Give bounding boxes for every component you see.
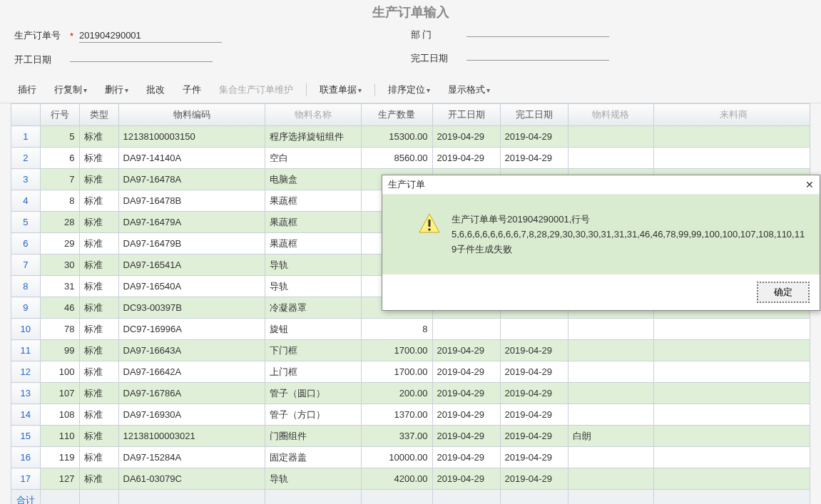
cell-spec[interactable] [568,361,653,383]
cell-end[interactable]: 2019-04-29 [500,447,568,468]
cell-code[interactable]: DA97-16479B [118,233,265,254]
cell-end[interactable] [500,319,568,340]
cell-code[interactable]: DC93-00397B [118,297,265,319]
dept-input[interactable] [466,34,609,37]
cell-spec[interactable] [568,126,653,148]
cell-line[interactable]: 31 [40,276,79,297]
cell-name[interactable]: 果蔬框 [265,233,361,254]
end-date-input[interactable] [466,57,609,61]
cell-supplier[interactable] [653,404,810,426]
cell-name[interactable]: 导轨 [265,276,361,297]
col-line-no[interactable]: 行号 [40,104,79,126]
cell-spec[interactable] [568,404,653,426]
cell-qty[interactable]: 1700.00 [361,361,432,383]
cell-start[interactable]: 2019-04-29 [432,468,500,490]
cell-name[interactable]: 冷凝器罩 [265,297,361,319]
cell-type[interactable]: 标准 [79,297,118,319]
table-row[interactable]: 15110标准12138100003021门圈组件337.002019-04-2… [11,426,810,447]
cell-line[interactable]: 99 [40,340,79,361]
cell-name[interactable]: 固定器盖 [265,447,361,468]
display-format-button[interactable]: 显示格式▾ [441,81,497,99]
cell-start[interactable]: 2019-04-29 [432,148,500,169]
cell-type[interactable]: 标准 [79,169,118,190]
delete-row-button[interactable]: 删行▾ [98,81,136,99]
table-row[interactable]: 1078标准DC97-16996A旋钮8 [11,319,810,340]
cell-name[interactable]: 果蔬框 [265,190,361,212]
cell-type[interactable]: 标准 [79,212,118,233]
cell-supplier[interactable] [653,447,810,468]
cell-name[interactable]: 空白 [265,148,361,169]
cell-type[interactable]: 标准 [79,148,118,169]
cell-name[interactable]: 果蔬框 [265,212,361,233]
cell-qty[interactable]: 200.00 [361,383,432,404]
table-row[interactable]: 12100标准DA97-16642A上门框1700.002019-04-2920… [11,361,810,383]
cell-type[interactable]: 标准 [79,276,118,297]
cell-line[interactable]: 30 [40,254,79,276]
cell-spec[interactable] [568,148,653,169]
col-name[interactable]: 物料名称 [265,104,361,126]
cell-type[interactable]: 标准 [79,468,118,490]
cell-supplier[interactable] [653,148,810,169]
cell-spec[interactable] [568,340,653,361]
cell-code[interactable]: DA97-16930A [118,404,265,426]
cell-name[interactable]: 管子（方口） [265,404,361,426]
cell-end[interactable]: 2019-04-29 [500,148,568,169]
cell-supplier[interactable] [653,468,810,490]
cell-name[interactable]: 旋钮 [265,319,361,340]
cell-name[interactable]: 门圈组件 [265,426,361,447]
col-type[interactable]: 类型 [79,104,118,126]
table-row[interactable]: 1199标准DA97-16643A下门框1700.002019-04-29201… [11,340,810,361]
cell-code[interactable]: DA97-15284A [118,447,265,468]
cell-code[interactable]: DA97-16540A [118,276,265,297]
cell-name[interactable]: 上门框 [265,361,361,383]
cell-line[interactable]: 78 [40,319,79,340]
order-no-input[interactable]: 201904290001 [79,29,222,43]
cell-code[interactable]: DA97-16642A [118,361,265,383]
col-qty[interactable]: 生产数量 [361,104,432,126]
table-row[interactable]: 16119标准DA97-15284A固定器盖10000.002019-04-29… [11,447,810,468]
cell-code[interactable]: DA97-16479A [118,212,265,233]
cell-qty[interactable]: 1700.00 [361,340,432,361]
cell-line[interactable]: 119 [40,447,79,468]
cell-supplier[interactable] [653,319,810,340]
cell-type[interactable]: 标准 [79,254,118,276]
cell-code[interactable]: DA97-16541A [118,254,265,276]
cell-line[interactable]: 28 [40,212,79,233]
cell-start[interactable] [432,319,500,340]
cell-qty[interactable]: 15300.00 [361,126,432,148]
cell-name[interactable]: 导轨 [265,254,361,276]
cell-line[interactable]: 108 [40,404,79,426]
start-date-input[interactable] [70,58,213,62]
cell-supplier[interactable] [653,126,810,148]
link-query-button[interactable]: 联查单据▾ [312,81,369,99]
cell-type[interactable]: 标准 [79,340,118,361]
cell-code[interactable]: DC97-16996A [118,319,265,340]
batch-edit-button[interactable]: 批改 [139,81,172,99]
cell-line[interactable]: 5 [40,126,79,148]
cell-line[interactable]: 107 [40,383,79,404]
cell-qty[interactable]: 4200.00 [361,468,432,490]
col-spec[interactable]: 物料规格 [568,104,653,126]
cell-name[interactable]: 管子（圆口） [265,383,361,404]
col-start[interactable]: 开工日期 [432,104,500,126]
cell-type[interactable]: 标准 [79,233,118,254]
cell-qty[interactable]: 10000.00 [361,447,432,468]
cell-line[interactable]: 8 [40,190,79,212]
child-item-button[interactable]: 子件 [175,81,208,99]
cell-start[interactable]: 2019-04-29 [432,361,500,383]
cell-type[interactable]: 标准 [79,404,118,426]
cell-name[interactable]: 程序选择旋钮组件 [265,126,361,148]
cell-end[interactable]: 2019-04-29 [500,404,568,426]
cell-type[interactable]: 标准 [79,383,118,404]
table-row[interactable]: 17127标准DA61-03079C导轨4200.002019-04-29201… [11,468,810,490]
table-row[interactable]: 26标准DA97-14140A空白8560.002019-04-292019-0… [11,148,810,169]
cell-code[interactable]: DA97-16478A [118,169,265,190]
cell-supplier[interactable] [653,361,810,383]
cell-start[interactable]: 2019-04-29 [432,340,500,361]
cell-spec[interactable] [568,447,653,468]
cell-line[interactable]: 6 [40,148,79,169]
cell-code[interactable]: DA97-14140A [118,148,265,169]
cell-supplier[interactable] [653,340,810,361]
cell-end[interactable]: 2019-04-29 [500,340,568,361]
cell-spec[interactable]: 白朗 [568,426,653,447]
